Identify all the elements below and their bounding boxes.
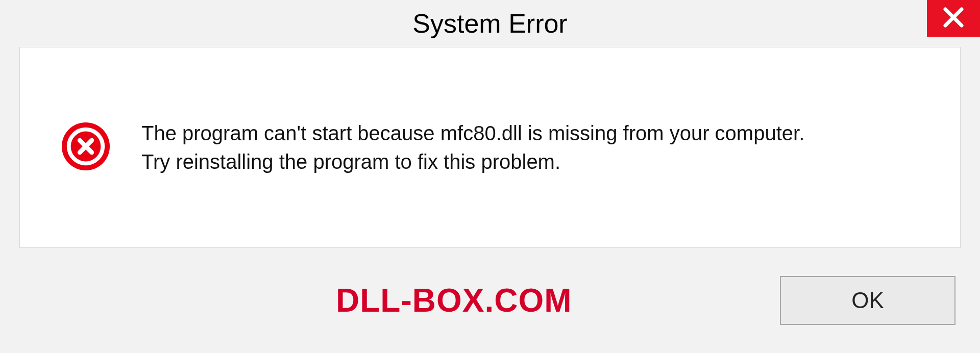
ok-button[interactable]: OK [780, 276, 955, 325]
close-button[interactable] [927, 0, 980, 37]
error-icon [61, 121, 111, 173]
message-line-2: Try reinstalling the program to fix this… [141, 149, 804, 174]
footer: DLL-BOX.COM OK [19, 248, 961, 353]
window-title: System Error [412, 8, 567, 39]
content-panel: The program can't start because mfc80.dl… [19, 47, 961, 248]
close-icon [942, 6, 965, 31]
message-line-1: The program can't start because mfc80.dl… [141, 120, 804, 146]
watermark-text: DLL-BOX.COM [336, 282, 572, 319]
message-block: The program can't start because mfc80.dl… [141, 120, 804, 174]
ok-button-label: OK [851, 288, 884, 313]
titlebar: System Error [0, 0, 980, 47]
